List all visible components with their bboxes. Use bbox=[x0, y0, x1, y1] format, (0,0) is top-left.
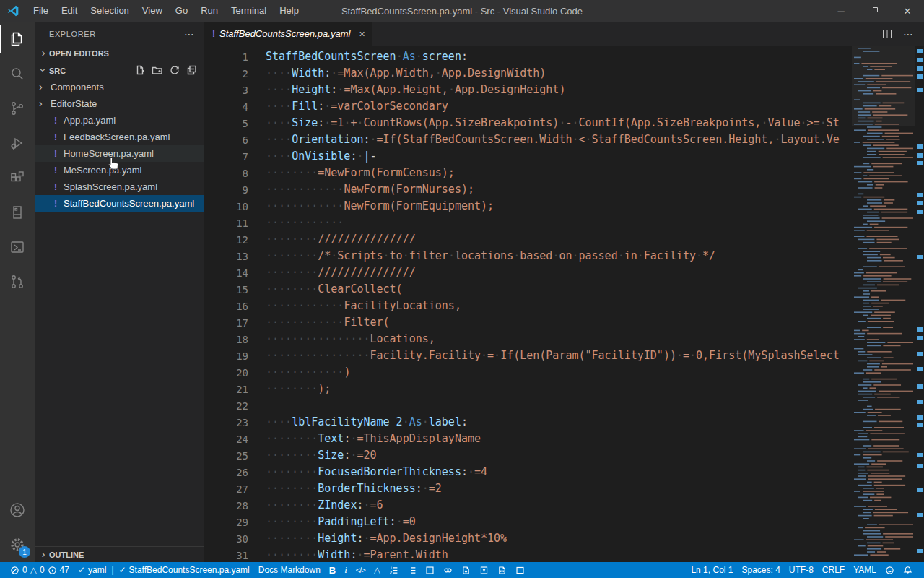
code-line-31[interactable]: 31········Width:·=Parent.Width bbox=[204, 547, 852, 562]
code-line-4[interactable]: 4····Fill:·=varColorSecondary bbox=[204, 98, 852, 115]
code-line-11[interactable]: 11············ bbox=[204, 215, 852, 231]
file-splashscreen-pa-yaml[interactable]: !SplashScreen.pa.yaml bbox=[35, 178, 204, 195]
tab-staffbedcountsscreen[interactable]: ! StaffBedCountsScreen.pa.yaml × bbox=[204, 22, 372, 46]
overview-ruler[interactable] bbox=[915, 46, 924, 562]
code-line-26[interactable]: 26········FocusedBorderThickness:·=4 bbox=[204, 464, 852, 480]
code-line-12[interactable]: 12········/////////////// bbox=[204, 231, 852, 248]
status-bar: 0△047✓yaml|✓StaffBedCountsScreen.pa.yaml… bbox=[0, 562, 924, 578]
code-line-15[interactable]: 15········ClearCollect( bbox=[204, 281, 852, 298]
minimap[interactable] bbox=[852, 46, 915, 562]
menu-help[interactable]: Help bbox=[273, 0, 305, 22]
link-button[interactable] bbox=[439, 562, 457, 578]
github-pullrequest-icon[interactable] bbox=[0, 264, 35, 299]
upload-button[interactable] bbox=[475, 562, 493, 578]
close-window-button[interactable]: ✕ bbox=[891, 0, 924, 22]
file-check[interactable]: ✓StaffBedCountsScreen.pa.yaml bbox=[115, 562, 254, 578]
snippet-button[interactable] bbox=[493, 562, 511, 578]
language-mode[interactable]: YAML bbox=[849, 562, 881, 578]
code-line-6[interactable]: 6····Orientation:·=If(StaffBedCountsScre… bbox=[204, 131, 852, 148]
code-line-17[interactable]: 17············Filter( bbox=[204, 314, 852, 331]
code-line-22[interactable]: 22 bbox=[204, 397, 852, 414]
close-tab-icon[interactable]: × bbox=[359, 28, 365, 40]
file-app-pa-yaml[interactable]: !App.pa.yaml bbox=[35, 112, 204, 129]
src-section[interactable]: › SRC bbox=[35, 63, 204, 79]
menu-edit[interactable]: Edit bbox=[55, 0, 84, 22]
menu-run[interactable]: Run bbox=[194, 0, 225, 22]
run-debug-icon[interactable] bbox=[0, 126, 35, 160]
eol[interactable]: CRLF bbox=[818, 562, 849, 578]
folder-editorstate[interactable]: ›EditorState bbox=[35, 95, 204, 112]
extensions-icon[interactable] bbox=[0, 160, 35, 195]
code-line-29[interactable]: 29········PaddingLeft:·=0 bbox=[204, 514, 852, 530]
code-line-18[interactable]: 18················Locations, bbox=[204, 331, 852, 348]
split-editor-icon[interactable] bbox=[881, 28, 893, 40]
new-folder-icon[interactable] bbox=[152, 64, 163, 77]
template-button[interactable] bbox=[457, 562, 475, 578]
restore-button[interactable] bbox=[858, 0, 891, 22]
code-line-7[interactable]: 7····OnVisible:·|- bbox=[204, 148, 852, 165]
menu-file[interactable]: File bbox=[27, 0, 55, 22]
minimize-button[interactable]: ─ bbox=[824, 0, 858, 22]
code-line-2[interactable]: 2····Width:·=Max(App.Width,·App.DesignWi… bbox=[204, 65, 852, 82]
file-homescreen-pa-yaml[interactable]: !HomeScreen.pa.yaml bbox=[35, 145, 204, 162]
account-icon[interactable] bbox=[0, 493, 35, 527]
file-staffbedcountsscreen-pa-yaml[interactable]: !StaffBedCountsScreen.pa.yaml bbox=[35, 195, 204, 212]
code-line-3[interactable]: 3····Height:·=Max(App.Height,·App.Design… bbox=[204, 82, 852, 98]
code-line-30[interactable]: 30········Height:·=App.DesignHeight*10% bbox=[204, 530, 852, 547]
more-actions-icon[interactable]: ⋯ bbox=[903, 28, 914, 40]
search-icon[interactable] bbox=[0, 56, 35, 91]
code-line-1[interactable]: 1StaffBedCountsScreen·As·screen: bbox=[204, 48, 852, 65]
code-line-27[interactable]: 27········BorderThickness:·=2 bbox=[204, 480, 852, 497]
new-file-icon[interactable] bbox=[134, 64, 146, 77]
line-number: 18 bbox=[204, 334, 248, 345]
alert-button[interactable]: △ bbox=[370, 562, 385, 578]
code-line-28[interactable]: 28········ZIndex:·=6 bbox=[204, 497, 852, 514]
code-line-8[interactable]: 8········=NewForm(FormCensus); bbox=[204, 165, 852, 181]
open-editors-section[interactable]: › OPEN EDITORS bbox=[35, 46, 204, 61]
code-line-13[interactable]: 13········/*·Scripts·to·filter·locations… bbox=[204, 248, 852, 264]
docs-markdown[interactable]: Docs Markdown bbox=[254, 562, 325, 578]
remote-explorer-icon[interactable] bbox=[0, 195, 35, 230]
code-content[interactable]: 1StaffBedCountsScreen·As·screen:2····Wid… bbox=[204, 46, 852, 562]
feedback[interactable] bbox=[881, 562, 899, 578]
notifications[interactable] bbox=[899, 562, 917, 578]
indentation[interactable]: Spaces: 4 bbox=[737, 562, 784, 578]
yaml-check[interactable]: ✓yaml bbox=[74, 562, 110, 578]
code-line-10[interactable]: 10············NewForm(FormEquipment); bbox=[204, 198, 852, 215]
code-line-25[interactable]: 25········Size:·=20 bbox=[204, 447, 852, 464]
refresh-icon[interactable] bbox=[169, 64, 180, 77]
cursor-position[interactable]: Ln 1, Col 1 bbox=[687, 562, 737, 578]
collapse-all-icon[interactable] bbox=[186, 64, 198, 77]
italic-button[interactable]: i bbox=[340, 562, 352, 578]
file-feedbackscreen-pa-yaml[interactable]: !FeedbackScreen.pa.yaml bbox=[35, 129, 204, 145]
table-button[interactable] bbox=[421, 562, 439, 578]
settings-icon[interactable]: 1 bbox=[0, 527, 35, 562]
sidebar-more-icon[interactable]: ⋯ bbox=[184, 28, 195, 40]
menu-terminal[interactable]: Terminal bbox=[225, 0, 273, 22]
bulleted-list-button[interactable] bbox=[403, 562, 421, 578]
menu-go[interactable]: Go bbox=[169, 0, 194, 22]
code-line-14[interactable]: 14········/////////////// bbox=[204, 264, 852, 281]
file-mescreen-pa-yaml[interactable]: !MeScreen.pa.yaml bbox=[35, 162, 204, 178]
code-line-16[interactable]: 16············FacilityLocations, bbox=[204, 298, 852, 314]
menu-selection[interactable]: Selection bbox=[84, 0, 135, 22]
code-line-20[interactable]: 20············) bbox=[204, 364, 852, 381]
bold-button[interactable]: B bbox=[325, 562, 340, 578]
explorer-icon[interactable] bbox=[0, 22, 35, 56]
code-line-24[interactable]: 24········Text:·=ThisAppDisplayName bbox=[204, 431, 852, 447]
code-line-21[interactable]: 21········); bbox=[204, 381, 852, 397]
code-line-23[interactable]: 23····lblFacilityName_2·As·label: bbox=[204, 414, 852, 431]
numbered-list-button[interactable] bbox=[385, 562, 403, 578]
encoding[interactable]: UTF-8 bbox=[785, 562, 818, 578]
preview-button[interactable] bbox=[511, 562, 529, 578]
outline-section[interactable]: › OUTLINE bbox=[35, 546, 204, 562]
code-button[interactable]: </> bbox=[352, 562, 370, 578]
source-control-icon[interactable] bbox=[0, 91, 35, 126]
code-line-19[interactable]: 19················Facility.Facility·=·If… bbox=[204, 348, 852, 364]
code-line-9[interactable]: 9············NewForm(FormNurses); bbox=[204, 181, 852, 198]
code-line-5[interactable]: 5····Size:·=1·+·CountRows(App.SizeBreakp… bbox=[204, 115, 852, 131]
powershell-icon[interactable] bbox=[0, 230, 35, 264]
problems-indicator[interactable]: 0△047 bbox=[6, 562, 74, 578]
menu-view[interactable]: View bbox=[136, 0, 169, 22]
folder-components[interactable]: ›Components bbox=[35, 79, 204, 95]
